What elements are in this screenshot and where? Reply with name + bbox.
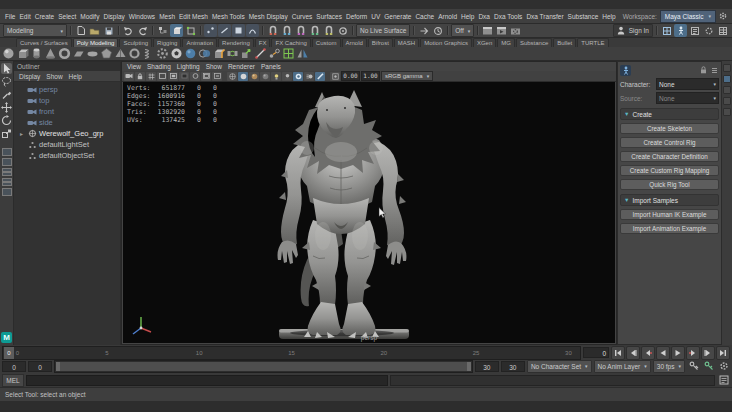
outliner-menu-show[interactable]: Show <box>44 73 64 80</box>
toggle-channel-box-icon[interactable] <box>716 24 729 37</box>
animation-start-field[interactable]: 0 <box>2 361 26 372</box>
outliner-item-persp[interactable]: persp <box>14 84 120 95</box>
select-faces-mask-icon[interactable] <box>232 24 245 37</box>
shelf-boolean-icon[interactable] <box>198 47 211 60</box>
safe-title-icon[interactable] <box>212 72 222 81</box>
range-slider[interactable] <box>54 360 473 373</box>
go-to-start-button[interactable] <box>611 346 625 360</box>
open-scene-icon[interactable] <box>88 24 101 37</box>
film-gate-icon[interactable] <box>157 72 167 81</box>
current-time-field[interactable]: 0 <box>583 347 609 358</box>
range-handle-start[interactable] <box>56 362 60 371</box>
range-handle-end[interactable] <box>467 362 471 371</box>
menu-item-select[interactable]: Select <box>56 13 78 20</box>
toggle-humanik-icon[interactable] <box>674 24 687 37</box>
create-control-rig-button[interactable]: Create Control Rig <box>620 137 719 148</box>
step-back-frame-button[interactable] <box>626 346 640 360</box>
shelf-tab-fx-caching[interactable]: FX Caching <box>271 38 310 47</box>
menu-item-curves[interactable]: Curves <box>290 13 315 20</box>
menu-item-edit-mesh[interactable]: Edit Mesh <box>177 13 210 20</box>
shelf-tab-mash[interactable]: MASH <box>394 38 419 47</box>
shelf-cylinder-icon[interactable] <box>30 47 43 60</box>
menu-item-modify[interactable]: Modify <box>78 13 101 20</box>
snap-to-point-icon[interactable] <box>294 24 307 37</box>
attribute-editor-tab-icon[interactable] <box>723 86 731 94</box>
command-language-toggle[interactable]: MEL <box>2 374 24 387</box>
menu-item-help-2[interactable]: Help <box>600 13 617 20</box>
menu-item-surfaces[interactable]: Surfaces <box>314 13 344 20</box>
outliner-item-front[interactable]: front <box>14 106 120 117</box>
shelf-tab-motion-graphics[interactable]: Motion Graphics <box>420 38 472 47</box>
shelf-bridge-icon[interactable] <box>226 47 239 60</box>
textured-mode-icon[interactable] <box>249 72 259 81</box>
render-settings-icon[interactable] <box>509 24 522 37</box>
shelf-tab-poly-modeling[interactable]: Poly Modeling <box>73 38 119 47</box>
view-axis-gizmo[interactable] <box>128 312 154 338</box>
undo-icon[interactable] <box>122 24 135 37</box>
shelf-target-weld-icon[interactable] <box>268 47 281 60</box>
shelf-pyramid-icon[interactable] <box>114 47 127 60</box>
select-tool-icon[interactable] <box>1 63 12 74</box>
shelf-soccer-ball-icon[interactable] <box>170 47 183 60</box>
panel-menu-icon[interactable] <box>710 66 719 75</box>
play-forwards-button[interactable] <box>671 346 685 360</box>
anti-aliasing-icon[interactable] <box>315 72 325 81</box>
toggle-attribute-editor-icon[interactable] <box>688 24 701 37</box>
shadows-icon[interactable] <box>282 72 292 81</box>
view-transform-select[interactable]: sRGB gamma ▾ <box>381 71 433 81</box>
move-tool-icon[interactable] <box>1 102 12 113</box>
modeling-toolkit-tab-icon[interactable] <box>723 64 731 72</box>
play-backwards-button[interactable] <box>656 346 670 360</box>
outliner-item-top[interactable]: top <box>14 95 120 106</box>
shelf-platonic-icon[interactable] <box>100 47 113 60</box>
shelf-cone-icon[interactable] <box>44 47 57 60</box>
step-back-key-button[interactable] <box>641 346 655 360</box>
mel-command-input[interactable] <box>26 375 388 386</box>
menu-item-substance[interactable]: Substance <box>566 13 601 20</box>
menu-item-dxa-tools[interactable]: Dxa Tools <box>492 13 524 20</box>
layout-persp-outliner-button[interactable] <box>2 188 12 196</box>
time-slider[interactable]: 0 0 5 10 15 20 25 30 <box>2 346 581 360</box>
create-section-header[interactable]: ▼ Create <box>620 108 719 120</box>
sign-in-button[interactable]: Sign In <box>613 24 653 37</box>
expander-icon[interactable]: ▸ <box>18 130 25 137</box>
anim-layer-selector[interactable]: No Anim Layer ▾ <box>594 360 651 373</box>
field-chart-icon[interactable] <box>190 72 200 81</box>
toggle-tool-settings-icon[interactable] <box>702 24 715 37</box>
menu-item-dxa-transfer[interactable]: Dxa Transfer <box>524 13 565 20</box>
layout-four-pane-button[interactable] <box>2 178 12 186</box>
rotate-tool-icon[interactable] <box>1 115 12 126</box>
shelf-tab-bifrost[interactable]: Bifrost <box>368 38 393 47</box>
wireframe-mode-icon[interactable] <box>227 72 237 81</box>
character-set-selector[interactable]: No Character Set ▾ <box>527 360 592 373</box>
viewport-menu-panels[interactable]: Panels <box>258 63 284 70</box>
select-component-icon[interactable] <box>184 24 197 37</box>
viewport-menu-show[interactable]: Show <box>203 63 225 70</box>
menu-item-arnold[interactable]: Arnold <box>436 13 459 20</box>
snap-to-projected-center-icon[interactable] <box>308 24 321 37</box>
use-default-material-icon[interactable] <box>260 72 270 81</box>
shelf-tab-curves-surfaces[interactable]: Curves / Surfaces <box>16 38 72 47</box>
shelf-multi-cut-icon[interactable] <box>254 47 267 60</box>
safe-action-icon[interactable] <box>201 72 211 81</box>
viewport-menu-shading[interactable]: Shading <box>144 63 174 70</box>
quick-rig-tool-button[interactable]: Quick Rig Tool <box>620 179 719 190</box>
shaded-mode-icon[interactable] <box>238 72 248 81</box>
menu-item-deform[interactable]: Deform <box>344 13 369 20</box>
animation-preferences-icon[interactable] <box>717 360 730 373</box>
shelf-sculpt-icon[interactable] <box>184 47 197 60</box>
script-editor-icon[interactable] <box>717 374 730 387</box>
outliner-menu-help[interactable]: Help <box>67 73 84 80</box>
menu-item-file[interactable]: File <box>3 13 17 20</box>
workspace-gear-icon[interactable] <box>716 10 729 23</box>
shelf-pipe-icon[interactable] <box>128 47 141 60</box>
paint-select-tool-icon[interactable] <box>1 89 12 100</box>
shelf-tab-custom[interactable]: Custom <box>312 38 341 47</box>
input-operations-icon[interactable] <box>417 24 430 37</box>
shelf-tab-rendering[interactable]: Rendering <box>218 38 254 47</box>
shelf-tab-animation[interactable]: Animation <box>182 38 217 47</box>
shelf-disc-icon[interactable] <box>86 47 99 60</box>
shelf-tab-fx[interactable]: FX <box>255 38 271 47</box>
create-skeleton-button[interactable]: Create Skeleton <box>620 123 719 134</box>
menu-item-mesh-tools[interactable]: Mesh Tools <box>210 13 247 20</box>
